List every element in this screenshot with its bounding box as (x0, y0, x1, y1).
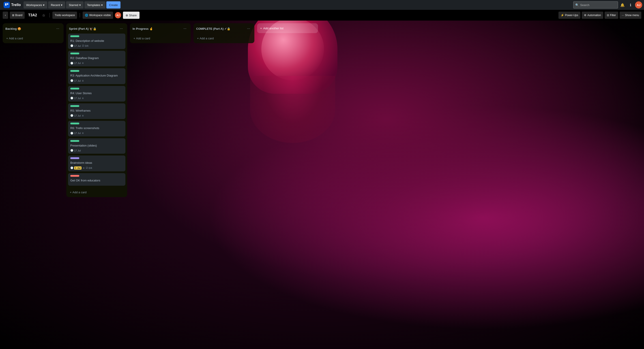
back-button[interactable]: ‹ (3, 12, 8, 19)
templates-label: Templates (87, 3, 100, 7)
board-content: Backlog 🤩 ··· + Add a card Sprint (Part … (0, 20, 644, 349)
filter-button[interactable]: ⊟ Filter (604, 12, 618, 19)
description-icon: ≡ (83, 166, 84, 170)
card-date: 🕐 1 Jul (70, 166, 82, 170)
checklist-badge: ☑ 0/4 (82, 44, 88, 47)
show-menu-button[interactable]: ··· Show menu (620, 12, 641, 19)
card-r5[interactable]: R5: Wireframes 🕐 17 Jul ≡ (68, 103, 126, 119)
list-menu-button[interactable]: ··· (246, 25, 252, 32)
card-label-green (70, 105, 79, 107)
card-r6[interactable]: R6: Trello screenshots 🕐 17 Jul ≡ (68, 121, 126, 136)
card-brainstorm[interactable]: Brainstorm ideas 🕐 1 Jul ≡ ☑ 0/4 (68, 155, 126, 171)
board-title[interactable]: T3A2 (26, 12, 39, 18)
clock-icon: 🕐 (70, 62, 74, 65)
power-ups-label: Power-Ups (565, 14, 578, 17)
starred-menu[interactable]: Starred ▾ (66, 1, 84, 8)
search-input[interactable] (580, 3, 616, 7)
chevron-down-icon: ▾ (43, 3, 44, 7)
date-text: 17 Jul (74, 44, 80, 47)
svg-rect-0 (5, 3, 6, 5)
list-menu-button[interactable]: ··· (55, 25, 61, 32)
clock-icon: 🕐 (70, 114, 74, 117)
card-title: R4: User Stories (70, 91, 123, 95)
notifications-button[interactable]: 🔔 (619, 1, 626, 8)
list-footer: + Add a card (194, 33, 254, 43)
star-icon: ☆ (42, 13, 45, 17)
star-button[interactable]: ☆ (40, 12, 47, 18)
automation-button[interactable]: ⚙ Automation (582, 12, 603, 19)
bell-icon: 🔔 (620, 3, 625, 7)
card-meta: 🕐 17 Jul ≡ (70, 79, 123, 82)
create-label: Create (109, 3, 118, 7)
card-meta: 🕐 17 Jul ≡ (70, 132, 123, 135)
board-icon: ⊞ (12, 14, 14, 17)
card-label-green (70, 70, 79, 72)
power-ups-button[interactable]: ⚡ Power-Ups (558, 12, 580, 19)
card-get-ok[interactable]: Get OK from educators (68, 173, 126, 186)
list-header: COMPLETE (Part A) ✓🔒 ··· (194, 23, 254, 33)
member-avatar[interactable]: AJ (115, 12, 121, 18)
card-title: Get OK from educators (70, 179, 123, 183)
list-footer: + Add a card (66, 187, 127, 197)
list-menu-button[interactable]: ··· (182, 25, 188, 32)
list-backlog: Backlog 🤩 ··· + Add a card (3, 23, 64, 43)
workspaces-menu[interactable]: Workspaces ▾ (24, 1, 47, 8)
card-label-purple (70, 157, 79, 159)
card-date: 🕐 17 Jul (70, 44, 80, 47)
description-icon: ≡ (82, 79, 84, 82)
filter-icon: ⊟ (607, 14, 609, 17)
date-text: 17 Jul (74, 114, 80, 117)
card-presentation[interactable]: Presentation (slides) 🕐 17 Jul (68, 138, 126, 154)
add-card-button[interactable]: + Add a card (132, 35, 189, 41)
plus-icon: + (197, 37, 199, 40)
add-card-label: Add a card (136, 37, 150, 40)
clock-icon: 🕐 (70, 149, 74, 152)
card-r3[interactable]: R3: Application Architecture Diagram 🕐 1… (68, 68, 126, 84)
list-container: Backlog 🤩 ··· + Add a card (3, 23, 64, 43)
card-title: Brainstorm ideas (70, 161, 123, 165)
search-bar[interactable]: 🔍 (573, 1, 618, 8)
templates-menu[interactable]: Templates ▾ (84, 1, 106, 8)
board-view-button[interactable]: ⊞ Board (10, 12, 25, 19)
date-text: 17 Jul (74, 149, 80, 152)
visibility-button[interactable]: 🌐 Workspace visible (83, 12, 113, 19)
list-menu-button[interactable]: ··· (118, 25, 124, 32)
add-card-button[interactable]: + Add a card (68, 189, 126, 195)
starred-label: Starred (69, 3, 78, 7)
trello-logo[interactable]: Trello (2, 1, 22, 9)
workspaces-label: Workspaces (26, 3, 42, 7)
list-header: Backlog 🤩 ··· (3, 23, 64, 33)
list-title: Backlog 🤩 (5, 27, 55, 30)
create-button[interactable]: Create (106, 1, 120, 8)
plus-icon: + (6, 37, 8, 40)
recent-menu[interactable]: Recent ▾ (48, 1, 65, 8)
list-header: Sprint (Part A) 🦅🔒 ··· (66, 23, 127, 33)
card-r4[interactable]: R4: User Stories 🕐 17 Jul ≡ (68, 86, 126, 102)
workspace-button[interactable]: Trello workspace (52, 12, 77, 19)
add-list-button[interactable]: + Add another list (257, 23, 318, 33)
user-avatar[interactable]: AJ (635, 1, 642, 8)
card-r2[interactable]: R2: Dataflow Diagram 🕐 17 Jul ≡ (68, 51, 126, 66)
topnav: Trello Workspaces ▾ Recent ▾ Starred ▾ T… (0, 0, 644, 10)
info-button[interactable]: ℹ (627, 1, 634, 8)
card-title: R5: Wireframes (70, 109, 123, 113)
add-card-button[interactable]: + Add a card (195, 35, 252, 41)
card-date: 🕐 17 Jul (70, 97, 80, 100)
add-card-button[interactable]: + Add a card (4, 35, 62, 41)
card-meta: 🕐 1 Jul ≡ ☑ 0/4 (70, 166, 123, 170)
card-r1[interactable]: R1: Description of website 🕐 17 Jul ☑ 0/… (68, 33, 126, 49)
card-title: R1: Description of website (70, 39, 123, 43)
trello-wordmark: Trello (11, 3, 21, 7)
share-label: Share (129, 14, 137, 17)
card-meta: 🕐 17 Jul ≡ (70, 61, 123, 65)
card-date: 🕐 17 Jul (70, 62, 80, 65)
plus-icon: + (134, 37, 135, 40)
checklist-badge: ☑ 0/4 (86, 166, 92, 169)
member-initials: AJ (116, 14, 120, 16)
clock-icon: 🕐 (70, 166, 74, 169)
share-button[interactable]: ⊕ Share (123, 12, 140, 19)
automation-icon: ⚙ (584, 14, 586, 17)
description-icon: ≡ (82, 61, 84, 65)
automation-label: Automation (587, 14, 601, 17)
workspace-label: Trello workspace (55, 14, 75, 17)
